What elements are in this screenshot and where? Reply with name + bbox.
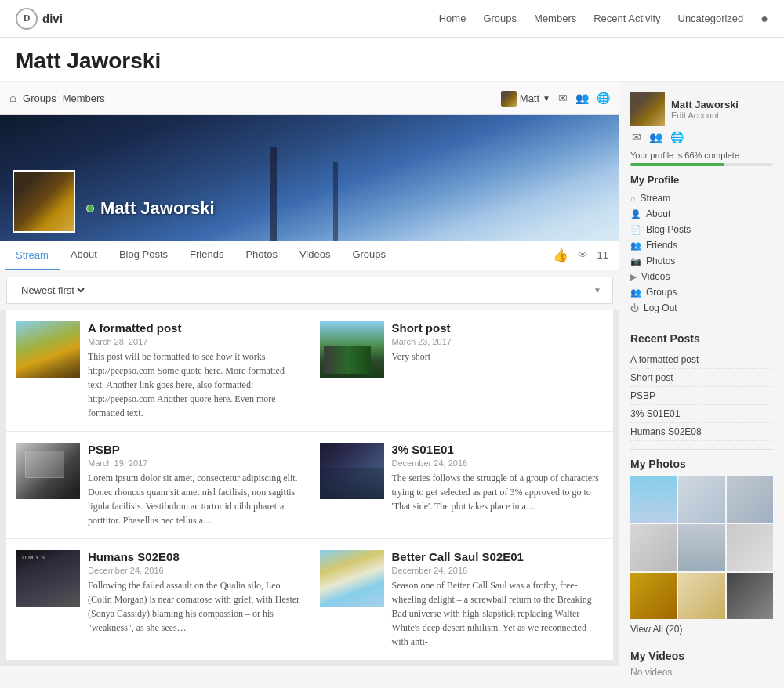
sub-nav-avatar [501,91,517,107]
sidebar-nav-about[interactable]: 👤 About [630,206,773,222]
post-date: December 24, 2016 [392,566,604,575]
online-indicator [86,205,94,212]
post-info: Humans S02E08 December 24, 2016 Followin… [88,550,300,649]
sidebar-avatar [630,92,665,126]
nav-groups[interactable]: Groups [483,13,517,24]
sidebar-nav-blog[interactable]: 📄 Blog Posts [630,222,773,237]
tab-blog-posts[interactable]: Blog Posts [108,241,179,270]
tab-friends[interactable]: Friends [179,241,234,270]
sidebar-user-info: Matt Jaworski Edit Account [671,99,739,120]
friends-icon: 👥 [630,241,641,251]
photo-thumb[interactable] [630,476,677,523]
post-title[interactable]: Short post [392,321,604,335]
message-icon[interactable]: ✉ [558,92,568,105]
post-title[interactable]: Humans S02E08 [88,550,300,563]
posts-grid: A formatted post March 28, 2017 This pos… [0,310,619,666]
sidebar-nav-label: About [646,208,670,219]
post-thumbnail[interactable]: U M Y N [16,550,80,607]
post-date: March 23, 2017 [392,337,604,346]
search-icon[interactable]: ● [760,12,768,26]
photo-thumb[interactable] [727,573,773,619]
person-icon: 👤 [630,209,641,219]
post-title[interactable]: A formatted post [88,321,300,335]
logout-icon: ⏻ [630,303,639,313]
people-icon[interactable]: 👥 [649,131,662,144]
sidebar-user-name: Matt Jaworski [671,99,739,110]
nav-uncategorized[interactable]: Uncategorized [678,13,744,24]
sidebar-nav-photos[interactable]: 📷 Photos [630,253,773,269]
nav-home[interactable]: Home [439,13,466,24]
post-info: Short post March 23, 2017 Very short [392,321,604,420]
no-videos-text: No videos [630,667,773,678]
globe-icon[interactable]: 🌐 [670,131,684,144]
envelope-icon[interactable]: ✉ [632,131,641,144]
photo-thumb[interactable] [630,573,677,619]
post-thumbnail[interactable] [320,321,384,378]
camera-icon: 📷 [630,256,641,266]
sidebar-nav-label: Blog Posts [646,224,691,235]
sidebar-nav-groups[interactable]: 👥 Groups [630,284,773,300]
sidebar-nav-friends[interactable]: 👥 Friends [630,237,773,253]
tab-groups[interactable]: Groups [341,241,397,270]
sub-nav-user[interactable]: Matt ▼ [501,91,550,107]
profile-name-text: Matt Jaworski [100,198,215,219]
sidebar-divider [630,643,773,643]
progress-bar-bg [630,163,773,166]
photo-thumb[interactable] [630,524,677,570]
tab-photos[interactable]: Photos [234,241,288,270]
sidebar-nav-label: Photos [646,255,675,266]
post-excerpt: The series follows the struggle of a gro… [392,471,604,513]
sidebar-nav-videos[interactable]: ▶ Videos [630,269,773,284]
post-thumbnail[interactable] [16,443,80,499]
sidebar-user-icons: ✉ 👥 🌐 [630,131,773,144]
friends-icon[interactable]: 👥 [575,92,589,105]
sub-nav-right: Matt ▼ ✉ 👥 🌐 [501,91,610,107]
like-icon[interactable]: 👍 [553,248,568,263]
post-date: March 19, 2017 [88,458,300,468]
tab-stream[interactable]: Stream [5,241,60,270]
recent-post-link[interactable]: Short post [630,369,773,387]
photo-thumb[interactable] [727,524,773,570]
photo-thumb[interactable] [678,573,724,619]
tab-about[interactable]: About [60,241,108,270]
photo-thumb[interactable] [678,476,724,523]
post-thumbnail[interactable] [320,443,384,499]
post-info: PSBP March 19, 2017 Lorem ipsum dolor si… [88,443,300,527]
edit-account-link[interactable]: Edit Account [671,110,739,120]
nav-members[interactable]: Members [534,13,576,24]
post-date: December 24, 2016 [392,458,604,468]
nav-recent-activity[interactable]: Recent Activity [593,13,660,24]
sub-nav-groups[interactable]: Groups [23,92,56,104]
site-logo[interactable]: D divi [16,8,63,30]
sidebar-nav-stream[interactable]: ⌂ Stream [630,190,773,206]
post-info: Better Call Saul S02E01 December 24, 201… [392,550,604,649]
recent-post-link[interactable]: PSBP [630,387,773,405]
post-title[interactable]: 3% S01E01 [392,443,604,456]
sort-select[interactable]: Newest first Oldest first [18,284,87,297]
photo-thumb[interactable] [678,524,724,570]
sidebar-nav-logout[interactable]: ⏻ Log Out [630,300,773,316]
post-thumbnail[interactable] [16,321,80,378]
recent-post-link[interactable]: 3% S01E01 [630,405,773,423]
globe-icon[interactable]: 🌐 [597,92,610,105]
sub-nav-members[interactable]: Members [63,92,105,104]
post-title[interactable]: Better Call Saul S02E01 [392,550,604,563]
profile-name-overlay: Matt Jaworski [86,198,215,219]
post-title[interactable]: PSBP [88,443,300,456]
my-profile-title: My Profile [630,174,773,186]
page-header: Matt Jaworski [0,38,784,82]
recent-post-link[interactable]: Humans S02E08 [630,423,773,441]
view-all-photos[interactable]: View All (20) [630,624,773,635]
right-sidebar: Matt Jaworski Edit Account ✉ 👥 🌐 Your pr… [619,82,784,687]
my-photos-title: My Photos [630,458,773,470]
home-icon[interactable]: ⌂ [9,92,16,105]
photo-thumb[interactable] [727,476,773,523]
sidebar-user-card: Matt Jaworski Edit Account [630,92,773,126]
views-icon: 👁 [578,249,588,262]
tab-videos[interactable]: Videos [289,241,342,270]
sub-nav: ⌂ Groups Members Matt ▼ ✉ 👥 🌐 [0,82,619,115]
sidebar-nav-label: Videos [641,271,670,282]
recent-post-link[interactable]: A formatted post [630,351,773,369]
post-info: A formatted post March 28, 2017 This pos… [88,321,300,420]
post-thumbnail[interactable] [320,550,384,607]
